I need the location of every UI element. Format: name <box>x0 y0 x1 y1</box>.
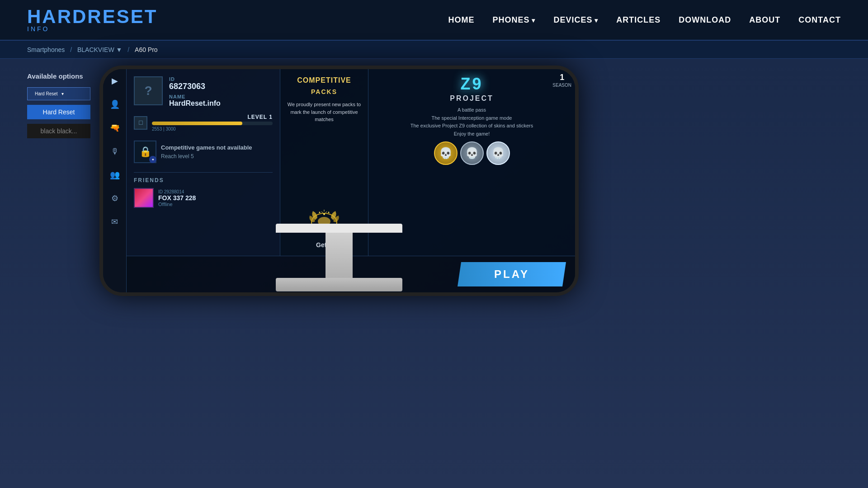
main-content: Available options Hard Reset ▾ Hard Rese… <box>0 59 868 488</box>
competitive-title: COMPETITIVE <box>297 76 351 84</box>
svg-line-7 <box>326 211 327 213</box>
z9-description: A battle pass The special Interception g… <box>410 106 533 138</box>
level-section: ☐ LEVEL 1 2553 | 3000 <box>134 114 273 131</box>
competitive-locked: 🔒 ✦ Competitive games not available Reac… <box>134 138 273 166</box>
z9-char-white: 💀 <box>486 141 510 165</box>
level-label: LEVEL 1 <box>248 114 273 120</box>
id-value: 68273063 <box>169 82 273 91</box>
breadcrumb-bar: Smartphones / BLACKVIEW ▼ / A60 Pro <box>0 41 868 59</box>
lock-main-text: Competitive games not available <box>161 143 252 152</box>
logo-sub: INFO <box>27 25 157 33</box>
available-options-label: Available options <box>27 72 99 80</box>
profile-header: ? ID 68273063 NAME HardReset.info <box>134 76 273 108</box>
level-bar-container: LEVEL 1 2553 | 3000 <box>152 114 273 131</box>
breadcrumb-blackview[interactable]: BLACKVIEW ▼ <box>77 46 122 53</box>
game-gun-icon[interactable]: 🔫 <box>108 121 122 135</box>
breadcrumb-current: A60 Pro <box>135 46 158 53</box>
game-settings-icon[interactable]: ⚙ <box>108 191 122 206</box>
z9-characters: 💀 💀 💀 <box>434 141 510 165</box>
lock-icon-box: 🔒 ✦ <box>134 141 156 163</box>
z9-line2: The special Interception game mode <box>432 115 512 121</box>
play-button[interactable]: PLAY <box>458 262 566 286</box>
z9-char-gold: 💀 <box>434 141 458 165</box>
svg-point-2 <box>323 213 325 215</box>
friend-info: ID 29288014 FOX 337 228 Offline <box>158 189 196 207</box>
z9-char-silver: 💀 <box>460 141 484 165</box>
lock-sub-text: Reach level 5 <box>161 152 252 160</box>
logo-hard: HARD <box>27 6 87 27</box>
competitive-subtitle: PACKS <box>311 88 337 95</box>
dropdown-arrow-icon: ▾ <box>61 91 64 96</box>
game-sidebar: ▶ 👤 🔫 🎙 👥 ⚙ ✉ <box>103 69 127 292</box>
breadcrumb-sep-1: / <box>70 46 74 53</box>
season-number: 1 <box>552 73 571 83</box>
site-header: HARDRESET INFO HOME PHONES DEVICES ARTIC… <box>0 0 868 41</box>
season-badge: 1 SEASON <box>552 73 571 88</box>
nav-home[interactable]: HOME <box>448 15 475 25</box>
friend-id: ID 29288014 <box>158 189 196 194</box>
nav-about[interactable]: ABOUT <box>749 15 780 25</box>
phone-wrapper: ▶ 👤 🔫 🎙 👥 ⚙ ✉ ? <box>90 66 588 305</box>
z9-subtitle: PROJECT <box>450 94 494 103</box>
hard-reset-dropdown[interactable]: Hard Reset ▾ <box>27 87 90 100</box>
friends-section: FRIENDS ID 29288014 FOX 337 228 Offline <box>134 172 273 208</box>
z9-title: Z9 <box>460 75 483 94</box>
phone-stand <box>271 224 407 305</box>
game-mail-icon[interactable]: ✉ <box>108 215 122 229</box>
z9-line1: A battle pass <box>458 107 486 113</box>
lock-text: Competitive games not available Reach le… <box>161 143 252 160</box>
friends-header: FRIENDS <box>134 177 273 183</box>
stand-middle <box>326 233 353 278</box>
name-label: NAME <box>169 94 273 99</box>
breadcrumb-smartphones[interactable]: Smartphones <box>27 46 65 53</box>
breadcrumb: Smartphones / BLACKVIEW ▼ / A60 Pro <box>27 46 158 53</box>
game-profile-icon[interactable]: 👤 <box>108 97 122 112</box>
lock-icon: 🔒 <box>139 146 151 158</box>
nav-download[interactable]: DOWNLOAD <box>679 15 731 25</box>
nav-phones[interactable]: PHONES <box>493 15 536 25</box>
level-icon: ☐ <box>134 116 147 130</box>
profile-info: ID 68273063 NAME HardReset.info <box>169 76 273 108</box>
svg-point-4 <box>328 212 330 213</box>
friend-status: Offline <box>158 202 196 207</box>
profile-panel: ? ID 68273063 NAME HardReset.info ☐ <box>127 69 280 256</box>
stand-base <box>276 278 402 291</box>
dropdown-label: Hard Reset <box>35 91 58 96</box>
svg-point-3 <box>319 212 321 213</box>
lock-badge: ✦ <box>149 156 156 163</box>
profile-avatar: ? <box>134 76 163 105</box>
level-xp: 2553 | 3000 <box>152 127 273 131</box>
stand-top <box>276 224 402 233</box>
main-nav: HOME PHONES DEVICES ARTICLES DOWNLOAD AB… <box>448 15 841 25</box>
nav-contact[interactable]: CONTACT <box>798 15 841 25</box>
left-panel: Available options Hard Reset ▾ Hard Rese… <box>27 72 99 138</box>
breadcrumb-sep-2: / <box>127 46 131 53</box>
level-bar-fill <box>152 122 242 125</box>
competitive-desc: We proudly present new packs to mark the… <box>286 99 363 205</box>
logo-text: HARDRESET <box>27 7 157 26</box>
svg-line-6 <box>321 211 323 213</box>
logo-reset: RESET <box>87 6 157 27</box>
z9-line4: Enjoy the game! <box>454 131 490 136</box>
game-friends-icon[interactable]: 👥 <box>108 168 122 182</box>
level-bar-bg <box>152 122 273 125</box>
name-value: HardReset.info <box>169 99 273 108</box>
season-label: SEASON <box>552 83 571 88</box>
friend-avatar <box>134 188 154 208</box>
nav-devices[interactable]: DEVICES <box>553 15 598 25</box>
game-mic-icon[interactable]: 🎙 <box>108 144 122 159</box>
blackview-option-btn[interactable]: black black... <box>27 124 90 138</box>
z9-line3: The exclusive Project Z9 collection of s… <box>410 123 533 128</box>
site-logo: HARDRESET INFO <box>27 7 157 33</box>
friend-item: ID 29288014 FOX 337 228 Offline <box>134 188 273 208</box>
hard-reset-option-btn[interactable]: Hard Reset <box>27 105 90 119</box>
friend-name: FOX 337 228 <box>158 194 196 202</box>
level-label-row: LEVEL 1 <box>152 114 273 120</box>
id-label: ID <box>169 76 273 82</box>
nav-articles[interactable]: ARTICLES <box>616 15 660 25</box>
game-play-icon[interactable]: ▶ <box>108 74 122 88</box>
